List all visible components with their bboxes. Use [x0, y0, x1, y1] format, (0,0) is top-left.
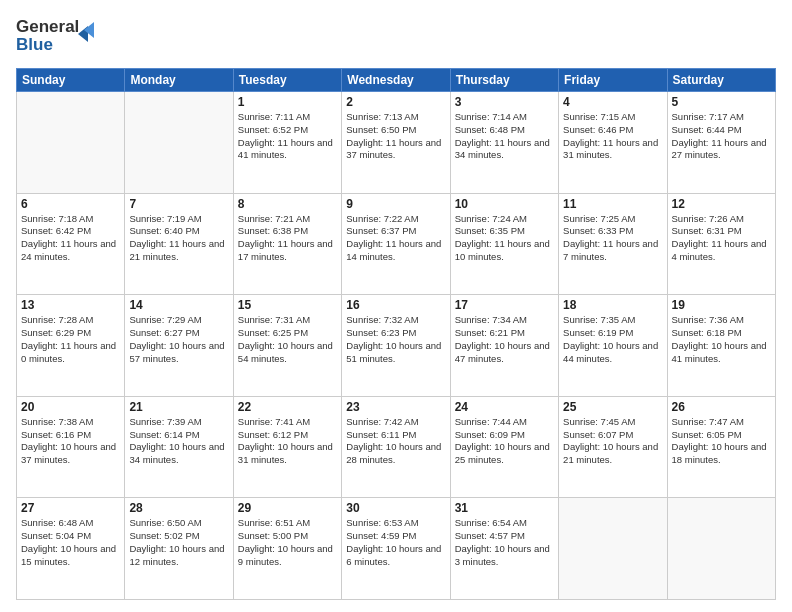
calendar-cell: 13Sunrise: 7:28 AM Sunset: 6:29 PM Dayli…: [17, 295, 125, 397]
calendar-cell: 28Sunrise: 6:50 AM Sunset: 5:02 PM Dayli…: [125, 498, 233, 600]
cell-info: Sunrise: 7:15 AM Sunset: 6:46 PM Dayligh…: [563, 111, 662, 162]
day-number: 24: [455, 400, 554, 414]
calendar-cell: [125, 92, 233, 194]
cell-info: Sunrise: 7:29 AM Sunset: 6:27 PM Dayligh…: [129, 314, 228, 365]
day-number: 25: [563, 400, 662, 414]
calendar-cell: 19Sunrise: 7:36 AM Sunset: 6:18 PM Dayli…: [667, 295, 775, 397]
calendar-cell: 25Sunrise: 7:45 AM Sunset: 6:07 PM Dayli…: [559, 396, 667, 498]
cell-info: Sunrise: 7:35 AM Sunset: 6:19 PM Dayligh…: [563, 314, 662, 365]
calendar-cell: 6Sunrise: 7:18 AM Sunset: 6:42 PM Daylig…: [17, 193, 125, 295]
day-number: 2: [346, 95, 445, 109]
calendar-week-1: 6Sunrise: 7:18 AM Sunset: 6:42 PM Daylig…: [17, 193, 776, 295]
cell-info: Sunrise: 7:44 AM Sunset: 6:09 PM Dayligh…: [455, 416, 554, 467]
cell-info: Sunrise: 7:47 AM Sunset: 6:05 PM Dayligh…: [672, 416, 771, 467]
calendar-week-4: 27Sunrise: 6:48 AM Sunset: 5:04 PM Dayli…: [17, 498, 776, 600]
calendar-cell: 8Sunrise: 7:21 AM Sunset: 6:38 PM Daylig…: [233, 193, 341, 295]
day-number: 23: [346, 400, 445, 414]
calendar-cell: 29Sunrise: 6:51 AM Sunset: 5:00 PM Dayli…: [233, 498, 341, 600]
day-number: 30: [346, 501, 445, 515]
cell-info: Sunrise: 7:42 AM Sunset: 6:11 PM Dayligh…: [346, 416, 445, 467]
cell-info: Sunrise: 7:17 AM Sunset: 6:44 PM Dayligh…: [672, 111, 771, 162]
cell-info: Sunrise: 7:21 AM Sunset: 6:38 PM Dayligh…: [238, 213, 337, 264]
cell-info: Sunrise: 6:54 AM Sunset: 4:57 PM Dayligh…: [455, 517, 554, 568]
weekday-header-monday: Monday: [125, 69, 233, 92]
cell-info: Sunrise: 7:11 AM Sunset: 6:52 PM Dayligh…: [238, 111, 337, 162]
cell-info: Sunrise: 7:31 AM Sunset: 6:25 PM Dayligh…: [238, 314, 337, 365]
calendar-cell: 1Sunrise: 7:11 AM Sunset: 6:52 PM Daylig…: [233, 92, 341, 194]
day-number: 28: [129, 501, 228, 515]
calendar-cell: 7Sunrise: 7:19 AM Sunset: 6:40 PM Daylig…: [125, 193, 233, 295]
calendar-cell: 27Sunrise: 6:48 AM Sunset: 5:04 PM Dayli…: [17, 498, 125, 600]
cell-info: Sunrise: 6:51 AM Sunset: 5:00 PM Dayligh…: [238, 517, 337, 568]
calendar-cell: [667, 498, 775, 600]
calendar-cell: 30Sunrise: 6:53 AM Sunset: 4:59 PM Dayli…: [342, 498, 450, 600]
cell-info: Sunrise: 7:45 AM Sunset: 6:07 PM Dayligh…: [563, 416, 662, 467]
calendar-cell: 10Sunrise: 7:24 AM Sunset: 6:35 PM Dayli…: [450, 193, 558, 295]
cell-info: Sunrise: 7:22 AM Sunset: 6:37 PM Dayligh…: [346, 213, 445, 264]
cell-info: Sunrise: 7:36 AM Sunset: 6:18 PM Dayligh…: [672, 314, 771, 365]
day-number: 22: [238, 400, 337, 414]
day-number: 15: [238, 298, 337, 312]
logo-area: General Blue: [16, 12, 96, 60]
weekday-header-thursday: Thursday: [450, 69, 558, 92]
weekday-header-tuesday: Tuesday: [233, 69, 341, 92]
day-number: 27: [21, 501, 120, 515]
calendar: SundayMondayTuesdayWednesdayThursdayFrid…: [16, 68, 776, 600]
cell-info: Sunrise: 7:28 AM Sunset: 6:29 PM Dayligh…: [21, 314, 120, 365]
cell-info: Sunrise: 7:32 AM Sunset: 6:23 PM Dayligh…: [346, 314, 445, 365]
header: General Blue: [16, 12, 776, 60]
weekday-header-sunday: Sunday: [17, 69, 125, 92]
day-number: 19: [672, 298, 771, 312]
cell-info: Sunrise: 7:19 AM Sunset: 6:40 PM Dayligh…: [129, 213, 228, 264]
cell-info: Sunrise: 6:53 AM Sunset: 4:59 PM Dayligh…: [346, 517, 445, 568]
calendar-week-2: 13Sunrise: 7:28 AM Sunset: 6:29 PM Dayli…: [17, 295, 776, 397]
calendar-cell: 14Sunrise: 7:29 AM Sunset: 6:27 PM Dayli…: [125, 295, 233, 397]
day-number: 20: [21, 400, 120, 414]
calendar-cell: 18Sunrise: 7:35 AM Sunset: 6:19 PM Dayli…: [559, 295, 667, 397]
calendar-cell: 26Sunrise: 7:47 AM Sunset: 6:05 PM Dayli…: [667, 396, 775, 498]
calendar-cell: 21Sunrise: 7:39 AM Sunset: 6:14 PM Dayli…: [125, 396, 233, 498]
calendar-cell: [17, 92, 125, 194]
calendar-cell: 5Sunrise: 7:17 AM Sunset: 6:44 PM Daylig…: [667, 92, 775, 194]
day-number: 1: [238, 95, 337, 109]
cell-info: Sunrise: 7:18 AM Sunset: 6:42 PM Dayligh…: [21, 213, 120, 264]
day-number: 7: [129, 197, 228, 211]
cell-info: Sunrise: 7:13 AM Sunset: 6:50 PM Dayligh…: [346, 111, 445, 162]
logo: General Blue: [16, 12, 96, 60]
cell-info: Sunrise: 7:26 AM Sunset: 6:31 PM Dayligh…: [672, 213, 771, 264]
calendar-cell: 2Sunrise: 7:13 AM Sunset: 6:50 PM Daylig…: [342, 92, 450, 194]
calendar-cell: 15Sunrise: 7:31 AM Sunset: 6:25 PM Dayli…: [233, 295, 341, 397]
day-number: 14: [129, 298, 228, 312]
calendar-cell: 9Sunrise: 7:22 AM Sunset: 6:37 PM Daylig…: [342, 193, 450, 295]
calendar-week-0: 1Sunrise: 7:11 AM Sunset: 6:52 PM Daylig…: [17, 92, 776, 194]
calendar-cell: 3Sunrise: 7:14 AM Sunset: 6:48 PM Daylig…: [450, 92, 558, 194]
calendar-header-row: SundayMondayTuesdayWednesdayThursdayFrid…: [17, 69, 776, 92]
day-number: 16: [346, 298, 445, 312]
cell-info: Sunrise: 7:34 AM Sunset: 6:21 PM Dayligh…: [455, 314, 554, 365]
day-number: 5: [672, 95, 771, 109]
day-number: 21: [129, 400, 228, 414]
day-number: 4: [563, 95, 662, 109]
calendar-cell: 24Sunrise: 7:44 AM Sunset: 6:09 PM Dayli…: [450, 396, 558, 498]
cell-info: Sunrise: 7:38 AM Sunset: 6:16 PM Dayligh…: [21, 416, 120, 467]
cell-info: Sunrise: 7:41 AM Sunset: 6:12 PM Dayligh…: [238, 416, 337, 467]
day-number: 6: [21, 197, 120, 211]
day-number: 26: [672, 400, 771, 414]
weekday-header-wednesday: Wednesday: [342, 69, 450, 92]
calendar-cell: 4Sunrise: 7:15 AM Sunset: 6:46 PM Daylig…: [559, 92, 667, 194]
calendar-cell: 17Sunrise: 7:34 AM Sunset: 6:21 PM Dayli…: [450, 295, 558, 397]
day-number: 17: [455, 298, 554, 312]
calendar-cell: [559, 498, 667, 600]
day-number: 11: [563, 197, 662, 211]
cell-info: Sunrise: 6:50 AM Sunset: 5:02 PM Dayligh…: [129, 517, 228, 568]
calendar-cell: 22Sunrise: 7:41 AM Sunset: 6:12 PM Dayli…: [233, 396, 341, 498]
day-number: 10: [455, 197, 554, 211]
calendar-cell: 31Sunrise: 6:54 AM Sunset: 4:57 PM Dayli…: [450, 498, 558, 600]
cell-info: Sunrise: 7:14 AM Sunset: 6:48 PM Dayligh…: [455, 111, 554, 162]
day-number: 29: [238, 501, 337, 515]
day-number: 12: [672, 197, 771, 211]
cell-info: Sunrise: 7:24 AM Sunset: 6:35 PM Dayligh…: [455, 213, 554, 264]
svg-text:General: General: [16, 17, 79, 36]
calendar-cell: 16Sunrise: 7:32 AM Sunset: 6:23 PM Dayli…: [342, 295, 450, 397]
day-number: 18: [563, 298, 662, 312]
